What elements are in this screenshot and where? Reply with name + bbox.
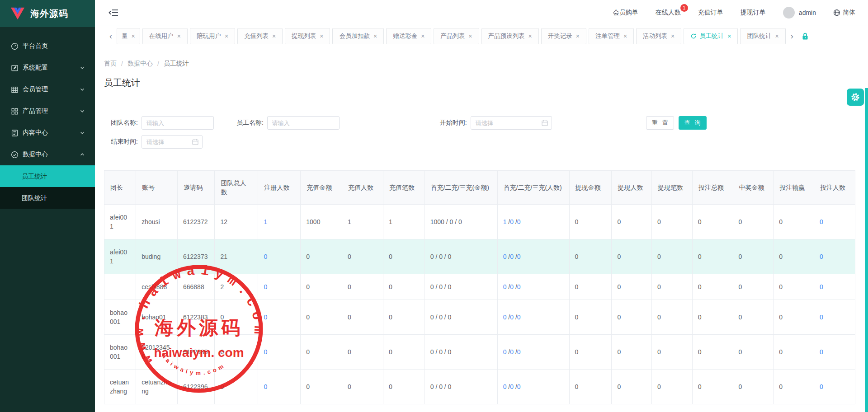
cell[interactable]: 0 bbox=[258, 274, 301, 300]
end-time-input[interactable] bbox=[142, 135, 203, 149]
count-link[interactable]: 0 bbox=[517, 253, 521, 260]
cell[interactable]: 1 bbox=[258, 205, 301, 239]
sidebar-item-5[interactable]: 内容中心 bbox=[0, 122, 95, 144]
sidebar-item-1[interactable]: 平台首页 bbox=[0, 35, 95, 57]
header-link-3[interactable]: 充值订单 bbox=[698, 9, 723, 17]
user-menu[interactable]: admin bbox=[783, 7, 816, 19]
close-icon[interactable]: × bbox=[528, 33, 532, 39]
cell[interactable]: 0 bbox=[258, 300, 301, 335]
count-link[interactable]: 0 bbox=[510, 348, 514, 356]
tab-9[interactable]: 产品预设列表× bbox=[481, 28, 539, 44]
close-icon[interactable]: × bbox=[132, 33, 135, 39]
count-link[interactable]: 0 bbox=[517, 348, 521, 356]
sidebar-subitem-1[interactable]: 员工统计 bbox=[0, 165, 95, 187]
cell[interactable]: 0 bbox=[814, 335, 855, 370]
header-link-1[interactable]: 会员购单 bbox=[613, 9, 638, 17]
logo[interactable]: 海外源码 bbox=[0, 0, 95, 27]
cell[interactable]: 0 /0 /0 bbox=[497, 370, 569, 404]
cell[interactable]: 0 bbox=[814, 274, 855, 300]
tab-6[interactable]: 会员加扣款× bbox=[332, 28, 384, 44]
count-link[interactable]: 0 bbox=[510, 383, 514, 390]
count-link[interactable]: 0 bbox=[264, 348, 267, 356]
tabs-scroll-right-icon[interactable]: › bbox=[788, 32, 796, 41]
start-time-input[interactable] bbox=[471, 116, 552, 130]
close-icon[interactable]: × bbox=[373, 33, 377, 39]
count-link[interactable]: 0 bbox=[510, 218, 514, 225]
cell[interactable]: 0 bbox=[258, 335, 301, 370]
reset-button[interactable]: 重 置 bbox=[646, 116, 674, 130]
cell[interactable]: 0 bbox=[814, 370, 855, 404]
count-link[interactable]: 0 bbox=[517, 283, 521, 290]
tabs-scroll-left-icon[interactable]: ‹ bbox=[107, 32, 115, 41]
close-icon[interactable]: × bbox=[671, 33, 675, 39]
header-link-4[interactable]: 提现订单 bbox=[741, 9, 766, 17]
tab-2[interactable]: 在线用户× bbox=[142, 28, 188, 44]
count-link[interactable]: 0 bbox=[264, 253, 267, 260]
tab-11[interactable]: 注单管理× bbox=[589, 28, 634, 44]
close-icon[interactable]: × bbox=[272, 33, 276, 39]
cell[interactable]: 0 bbox=[258, 239, 301, 274]
sidebar-item-6[interactable]: 数据中心 bbox=[0, 144, 95, 165]
team-name-input[interactable] bbox=[142, 116, 214, 130]
settings-drawer-edge[interactable] bbox=[865, 88, 868, 412]
cell[interactable]: 0 bbox=[814, 239, 855, 274]
cell[interactable]: 0 bbox=[814, 300, 855, 335]
lock-icon[interactable] bbox=[801, 32, 810, 41]
cell[interactable]: 0 bbox=[258, 370, 301, 404]
cell[interactable]: 0 bbox=[814, 205, 855, 239]
employee-name-input[interactable] bbox=[267, 116, 340, 130]
tab-12[interactable]: 活动列表× bbox=[636, 28, 681, 44]
breadcrumb-item-1[interactable]: 首页 bbox=[104, 60, 117, 68]
tab-13[interactable]: 员工统计× bbox=[684, 28, 738, 44]
close-icon[interactable]: × bbox=[623, 33, 627, 39]
cell[interactable]: 0 /0 /0 bbox=[497, 274, 569, 300]
count-link[interactable]: 0 bbox=[820, 218, 823, 225]
count-link[interactable]: 0 bbox=[264, 314, 267, 321]
tab-8[interactable]: 产品列表× bbox=[434, 28, 479, 44]
tab-14[interactable]: 团队统计× bbox=[740, 28, 785, 44]
count-link[interactable]: 0 bbox=[264, 283, 267, 290]
count-link[interactable]: 1 bbox=[264, 218, 267, 225]
query-button[interactable]: 查 询 bbox=[679, 116, 707, 130]
close-icon[interactable]: × bbox=[177, 33, 181, 39]
cell[interactable]: 0 /0 /0 bbox=[497, 239, 569, 274]
refresh-icon[interactable] bbox=[690, 33, 697, 39]
count-link[interactable]: 0 bbox=[820, 253, 823, 260]
collapse-menu-icon[interactable] bbox=[108, 8, 118, 17]
close-icon[interactable]: × bbox=[727, 33, 731, 39]
breadcrumb-item-2[interactable]: 数据中心 bbox=[127, 60, 153, 68]
tab-4[interactable]: 充值列表× bbox=[237, 28, 283, 44]
count-link[interactable]: 0 bbox=[820, 348, 823, 356]
count-link[interactable]: 0 bbox=[820, 283, 823, 290]
count-link[interactable]: 0 bbox=[517, 383, 521, 390]
tab-7[interactable]: 赠送彩金× bbox=[386, 28, 431, 44]
tab-1[interactable]: 量× bbox=[117, 28, 140, 44]
close-icon[interactable]: × bbox=[225, 33, 228, 39]
tab-5[interactable]: 提现列表× bbox=[285, 28, 330, 44]
count-link[interactable]: 0 bbox=[820, 383, 823, 390]
count-link[interactable]: 0 bbox=[510, 314, 514, 321]
close-icon[interactable]: × bbox=[421, 33, 425, 39]
count-link[interactable]: 0 bbox=[510, 283, 514, 290]
count-link[interactable]: 0 bbox=[264, 383, 267, 390]
count-link[interactable]: 0 bbox=[820, 314, 823, 321]
sidebar-subitem-2[interactable]: 团队统计 bbox=[0, 187, 95, 209]
tab-10[interactable]: 开奖记录× bbox=[541, 28, 586, 44]
cell[interactable]: 1 /0 /0 bbox=[497, 205, 569, 239]
sidebar-item-3[interactable]: 会员管理 bbox=[0, 79, 95, 100]
close-icon[interactable]: × bbox=[320, 33, 323, 39]
settings-gear-button[interactable] bbox=[847, 89, 864, 106]
tab-3[interactable]: 陪玩用户× bbox=[190, 28, 235, 44]
sidebar-item-2[interactable]: 系统配置 bbox=[0, 57, 95, 79]
cell[interactable]: 0 /0 /0 bbox=[497, 335, 569, 370]
close-icon[interactable]: × bbox=[468, 33, 472, 39]
language-switch[interactable]: 简体 bbox=[833, 9, 855, 17]
count-link[interactable]: 0 bbox=[517, 314, 521, 321]
sidebar-item-4[interactable]: 产品管理 bbox=[0, 100, 95, 122]
close-icon[interactable]: × bbox=[775, 33, 778, 39]
header-link-2[interactable]: 在线人数1 bbox=[656, 9, 681, 17]
count-link[interactable]: 0 bbox=[517, 218, 521, 225]
count-link[interactable]: 0 bbox=[510, 253, 514, 260]
cell[interactable]: 0 /0 /0 bbox=[497, 300, 569, 335]
close-icon[interactable]: × bbox=[576, 33, 580, 39]
